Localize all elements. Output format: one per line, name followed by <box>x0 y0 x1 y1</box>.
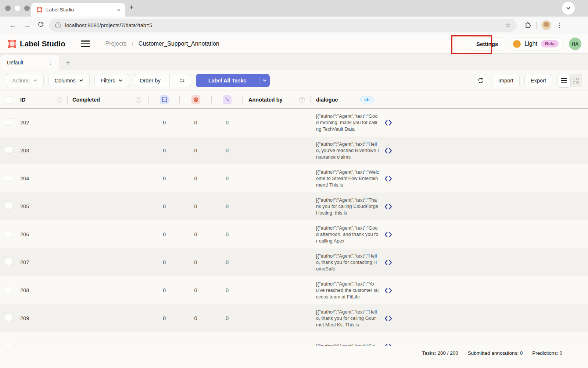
browser-tab-title: Label Studio <box>46 7 74 13</box>
table-row[interactable]: 206 0 0 0 [{"author":"Agent","text":"Goo… <box>0 220 588 248</box>
dialogue-text: [{"author":"Agent","text":"Hello, thank … <box>316 253 379 272</box>
extensions-button[interactable] <box>524 22 531 29</box>
predictions-chip <box>223 95 232 104</box>
divider <box>169 74 170 87</box>
new-tab-button[interactable]: + <box>129 3 134 12</box>
code-icon <box>384 287 392 294</box>
label-all-tasks-dropdown[interactable] <box>259 78 270 83</box>
row-checkbox[interactable] <box>5 202 12 209</box>
bookmark-star-icon[interactable]: ☆ <box>505 21 511 29</box>
columns-dropdown[interactable]: Columns <box>49 74 90 87</box>
window-close-button[interactable] <box>5 6 11 11</box>
cancelled-chip <box>191 95 200 104</box>
site-info-icon[interactable]: i <box>55 22 61 28</box>
settings-button[interactable]: Settings <box>470 38 504 50</box>
sort-direction-button[interactable] <box>173 74 191 87</box>
cancelled-count: 0 <box>180 120 212 125</box>
table-row[interactable]: 205 0 0 0 [{"author":"Agent","text":"Tha… <box>0 192 588 220</box>
table-row[interactable]: 207 0 0 0 [{"author":"Agent","text":"Hel… <box>0 248 588 276</box>
data-manager-tabs: Default ⋮ + <box>0 54 588 70</box>
expand-source-button[interactable] <box>379 204 588 210</box>
hamburger-menu-icon[interactable] <box>81 40 90 47</box>
annotations-count: 0 <box>149 148 180 153</box>
import-button[interactable]: Import <box>492 74 520 87</box>
actions-dropdown[interactable]: Actions <box>6 74 44 87</box>
row-checkbox[interactable] <box>5 146 12 153</box>
expand-source-button[interactable] <box>379 315 588 322</box>
label-studio-logo[interactable] <box>7 39 17 49</box>
export-button[interactable]: Export <box>524 74 552 87</box>
tab-close-icon[interactable]: × <box>117 7 120 13</box>
help-icon[interactable]: ? <box>136 97 141 103</box>
label-all-tasks-button[interactable]: Label All Tasks <box>196 74 270 87</box>
str-type-badge: str <box>360 96 374 103</box>
app-header: Label Studio Projects / Customer_Support… <box>0 34 588 54</box>
theme-toggle[interactable]: Light Beta <box>510 38 563 50</box>
completed-column-label: Completed <box>72 97 100 103</box>
table-row[interactable]: 204 0 0 0 [{"author":"Agent","text":"Wel… <box>0 164 588 192</box>
user-avatar[interactable]: HA <box>569 38 581 50</box>
column-header-dialogue[interactable]: dialogue str <box>311 91 379 108</box>
browser-profile-avatar[interactable] <box>541 20 551 30</box>
window-controls[interactable] <box>5 6 30 11</box>
annotations-count: 0 <box>149 204 180 209</box>
tab-options-icon[interactable]: ⋮ <box>48 60 53 66</box>
column-header-completed[interactable]: Completed ? <box>68 91 149 108</box>
row-checkbox[interactable] <box>5 118 12 125</box>
expand-source-button[interactable] <box>379 176 588 182</box>
expand-source-button[interactable] <box>379 259 588 266</box>
dialogue-text: [{"author":"Agent","text":"Thank you for… <box>316 197 379 216</box>
row-checkbox[interactable] <box>5 286 12 293</box>
column-header-cancelled[interactable] <box>180 91 212 108</box>
help-icon[interactable]: ? <box>57 97 62 103</box>
task-id: 209 <box>18 315 68 321</box>
help-icon[interactable]: ? <box>299 97 305 103</box>
table-row[interactable]: 209 0 0 0 [{"author":"Agent","text":"Hel… <box>0 304 588 332</box>
expand-source-button[interactable] <box>379 120 588 126</box>
browser-tab[interactable]: Label Studio × <box>31 3 125 17</box>
window-zoom-button[interactable] <box>24 6 30 11</box>
table-row[interactable]: 203 0 0 0 [{"author":"Agent","text":"Hel… <box>0 137 588 164</box>
cancelled-count: 0 <box>180 287 212 293</box>
task-id: 205 <box>18 204 68 209</box>
status-bar: Tasks: 200 / 200 Submitted annotations: … <box>0 346 588 368</box>
row-checkbox[interactable] <box>5 258 12 265</box>
annotations-count: 0 <box>149 120 180 125</box>
address-bar[interactable]: i localhost:8080/projects/7/data?tab=5 ☆ <box>49 19 517 32</box>
expand-source-button[interactable] <box>379 231 588 238</box>
row-checkbox[interactable] <box>5 314 12 321</box>
add-tab-button[interactable]: + <box>66 59 70 67</box>
dialogue-column-label: dialogue <box>316 97 338 103</box>
column-header-predictions[interactable] <box>212 91 243 108</box>
chevron-down-icon <box>33 78 37 83</box>
grid-view-button[interactable] <box>570 74 582 87</box>
table-row[interactable]: 208 0 0 0 [{"author":"Agent","text":"You… <box>0 276 588 304</box>
row-checkbox[interactable] <box>5 174 12 181</box>
expand-source-button[interactable] <box>379 148 588 154</box>
predictions-count: 0 <box>212 148 243 153</box>
cancelled-count: 0 <box>180 259 212 265</box>
column-header-id[interactable]: ID ? <box>18 91 68 108</box>
tab-search-button[interactable] <box>562 2 575 15</box>
select-all-checkbox[interactable] <box>5 96 12 103</box>
row-checkbox[interactable] <box>5 230 12 237</box>
refresh-button[interactable] <box>474 74 487 87</box>
filters-dropdown[interactable]: Filters <box>94 74 129 87</box>
order-by-control[interactable]: Order by <box>134 74 191 87</box>
forward-button[interactable]: → <box>20 21 34 29</box>
breadcrumb: Projects / Customer_Support_Annotation <box>105 40 219 47</box>
column-header-annotated-by[interactable]: Annotated by ? <box>243 91 311 108</box>
list-view-button[interactable] <box>557 74 571 88</box>
breadcrumb-projects-link[interactable]: Projects <box>105 40 127 47</box>
tab-default[interactable]: Default ⋮ <box>0 55 60 70</box>
back-button[interactable]: ← <box>6 21 20 29</box>
order-by-label[interactable]: Order by <box>134 74 166 87</box>
table-row[interactable]: 202 0 0 0 [{"author":"Agent","text":"Goo… <box>0 109 588 137</box>
window-minimize-button[interactable] <box>15 6 20 11</box>
breadcrumb-project-name[interactable]: Customer_Support_Annotation <box>139 40 219 47</box>
expand-source-button[interactable] <box>379 287 588 294</box>
url-text[interactable]: localhost:8080/projects/7/data?tab=5 <box>65 22 152 28</box>
column-header-annotations[interactable] <box>149 91 180 108</box>
browser-menu-icon[interactable]: ⋮ <box>556 21 563 29</box>
reload-button[interactable] <box>34 21 48 29</box>
